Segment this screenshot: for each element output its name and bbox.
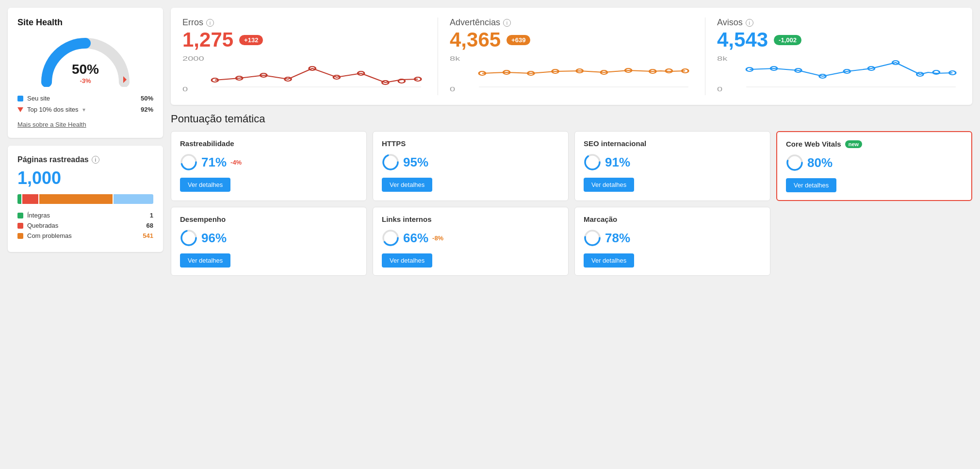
site-legend-triangle [17,107,23,112]
pages-legend-label-2: Quebradas [27,222,58,229]
https-circle [382,153,399,171]
pages-crawled-value: 1,000 [17,168,153,188]
svg-text:8k: 8k [450,55,460,62]
pages-legend-label-1: Íntegras [27,212,50,219]
thematic-section: Pontuação temática Rastreabilidade 71% -… [171,113,972,276]
bar-blue [114,194,153,204]
svg-text:0: 0 [182,86,188,93]
seo-circle [584,153,601,171]
metrics-row: Erros i 1,275 +132 2000 0 [171,8,972,105]
gauge-center-text: 50% -3% [72,62,99,84]
rastreabilidade-delta: -4% [230,159,242,166]
right-column: Erros i 1,275 +132 2000 0 [171,8,972,461]
pages-legend-square-2 [17,223,23,229]
pages-legend-val-3: 541 [143,232,153,239]
pages-legend-label-3: Com problemas [27,232,72,239]
site-legend-dot-1 [17,96,23,101]
seo-btn[interactable]: Ver detalhes [584,178,634,192]
erros-info-icon[interactable]: i [206,19,214,27]
pages-legend-val-2: 68 [147,222,153,229]
seo-score: 91% [605,155,630,170]
card-desempenho-title: Desempenho [180,215,358,223]
cwv-btn[interactable]: Ver detalhes [786,178,836,192]
metric-erros-badge: +132 [239,35,263,45]
marcacao-score: 78% [605,231,630,246]
card-desempenho: Desempenho 96% Ver detalhes [171,207,367,276]
metric-advertencias-value: 4,365 [450,30,501,50]
site-legend-label-2: Top 10% dos sites [27,106,79,113]
main-layout: Site Health 50% -3% Seu s [0,0,980,469]
metric-advertencias: Advertências i 4,365 +639 8k 0 [438,17,705,95]
pages-legend-val-1: 1 [150,212,153,219]
card-rastreabilidade-title: Rastreabilidade [180,139,358,148]
https-btn[interactable]: Ver detalhes [382,178,432,192]
card-rastreabilidade-score-row: 71% -4% [180,153,358,171]
pages-legend-row-2: Quebradas 68 [17,222,153,229]
card-https-title: HTTPS [382,139,559,148]
pages-legend-left-1: Íntegras [17,212,50,219]
pages-legend-row-1: Íntegras 1 [17,212,153,219]
links-btn[interactable]: Ver detalhes [382,253,432,268]
rastreabilidade-score: 71% [201,155,227,170]
card-desempenho-score-row: 96% [180,229,358,247]
advertencias-info-icon[interactable]: i [503,19,511,27]
pages-legend-square-1 [17,213,23,218]
card-marcacao-score-row: 78% [584,229,761,247]
avisos-info-icon[interactable]: i [746,19,753,27]
pages-legend-square-3 [17,233,23,239]
card-cwv-title: Core Web Vitals new [786,140,963,148]
card-https: HTTPS 95% Ver detalhes [373,131,569,201]
new-badge: new [845,140,862,148]
metric-avisos-label: Avisos i [717,17,961,28]
thematic-title: Pontuação temática [171,113,972,125]
advertencias-chart: 8k 0 [450,55,693,94]
svg-text:0: 0 [450,86,455,93]
gauge-percent: 50% [72,62,99,77]
bar-red [22,194,38,204]
metric-erros: Erros i 1,275 +132 2000 0 [182,17,438,95]
card-links-title: Links internos [382,215,559,223]
pages-bar-stack [17,194,153,204]
metric-erros-value: 1,275 [182,30,233,50]
card-https-score-row: 95% [382,153,559,171]
card-seo-internacional-title: SEO internacional [584,139,761,148]
desempenho-circle [180,229,197,247]
card-seo-score-row: 91% [584,153,761,171]
desempenho-btn[interactable]: Ver detalhes [180,253,230,268]
metric-erros-label: Erros i [182,17,426,28]
left-column: Site Health 50% -3% Seu s [8,8,163,461]
metric-erros-value-row: 1,275 +132 [182,30,426,50]
metric-avisos-value: 4,543 [717,30,768,50]
pages-legend-row-3: Com problemas 541 [17,232,153,239]
cwv-score: 80% [807,155,833,170]
card-marcacao-title: Marcação [584,215,761,223]
metric-avisos: Avisos i 4,543 -1,002 8k 0 [705,17,961,95]
rastreabilidade-circle [180,153,197,171]
svg-text:8k: 8k [717,55,728,62]
site-legend-val-2: 92% [141,106,153,113]
site-health-title: Site Health [17,17,153,28]
site-legend-left-2: Top 10% dos sites ▾ [17,106,85,113]
marcacao-btn[interactable]: Ver detalhes [584,253,634,268]
card-rastreabilidade: Rastreabilidade 71% -4% Ver detalhes [171,131,367,201]
marcacao-circle [584,229,601,247]
site-legend-row-2: Top 10% dos sites ▾ 92% [17,106,153,113]
card-cwv-score-row: 80% [786,154,963,171]
site-legend-val-1: 50% [141,95,153,102]
desempenho-score: 96% [201,231,227,246]
card-core-web-vitals: Core Web Vitals new 80% Ver detalhes [776,131,972,201]
info-icon[interactable]: i [92,156,99,164]
pages-crawled-label: Páginas rastreadas [17,155,89,164]
more-site-health-link[interactable]: Mais sobre a Site Health [17,121,86,128]
bar-green [17,194,21,204]
metric-avisos-badge: -1,002 [774,35,801,45]
rastreabilidade-btn[interactable]: Ver detalhes [180,178,230,192]
cwv-circle [786,154,803,171]
links-score: 66% [403,231,428,246]
gauge-container: 50% -3% [17,34,153,87]
chevron-down-icon[interactable]: ▾ [82,106,85,113]
card-links-score-row: 66% -8% [382,229,559,247]
site-health-card: Site Health 50% -3% Seu s [8,8,163,138]
https-score: 95% [403,155,428,170]
pages-crawled-title: Páginas rastreadas i [17,155,153,164]
